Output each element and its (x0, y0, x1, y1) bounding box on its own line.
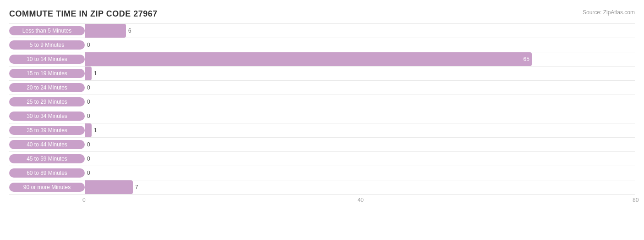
bar-label: 15 to 19 Minutes (9, 69, 85, 78)
bar-label: 35 to 39 Minutes (9, 126, 85, 135)
bar-value: 0 (87, 84, 90, 91)
bar-row: 25 to 29 Minutes0 (9, 95, 635, 109)
bar-row: 30 to 34 Minutes0 (9, 109, 635, 123)
bar-row: 45 to 59 Minutes0 (9, 152, 635, 166)
bar-label: 5 to 9 Minutes (9, 40, 85, 50)
bar-label: 60 to 89 Minutes (9, 168, 85, 178)
bar-track: 0 (85, 95, 635, 109)
bar-row: 90 or more Minutes7 (9, 180, 635, 195)
bar-value: 0 (87, 42, 90, 48)
bar-value: 65 (523, 56, 529, 62)
chart-source: Source: ZipAtlas.com (583, 9, 635, 16)
bar-track: 6 (85, 24, 635, 38)
x-axis: 04080 (85, 195, 635, 208)
bar-value: 0 (87, 99, 90, 105)
bar-value: 1 (94, 70, 97, 77)
x-axis-tick: 40 (358, 197, 364, 203)
bar-track: 0 (85, 152, 635, 166)
bar-label: 40 to 44 Minutes (9, 140, 85, 149)
bar-label: 90 or more Minutes (9, 183, 85, 192)
bar-row: 5 to 9 Minutes0 (9, 38, 635, 52)
bar-track: 7 (85, 180, 635, 194)
bar-row: 15 to 19 Minutes1 (9, 67, 635, 81)
bar-value: 0 (87, 113, 90, 119)
bar-value: 0 (87, 141, 90, 148)
bar-row: 10 to 14 Minutes65 (9, 52, 635, 67)
bar-track: 1 (85, 67, 635, 80)
bar-fill (85, 123, 92, 137)
bar-label: 45 to 59 Minutes (9, 154, 85, 163)
bar-fill (85, 24, 126, 38)
bars-container: Less than 5 Minutes65 to 9 Minutes010 to… (9, 23, 635, 195)
chart-container: COMMUTE TIME IN ZIP CODE 27967 Source: Z… (0, 0, 644, 240)
bar-track: 0 (85, 138, 635, 151)
bar-label: 10 to 14 Minutes (9, 55, 85, 64)
bar-fill: 65 (85, 52, 532, 66)
bar-value: 1 (94, 127, 97, 134)
bar-label: 25 to 29 Minutes (9, 97, 85, 106)
bar-label: Less than 5 Minutes (9, 26, 85, 35)
bar-track: 0 (85, 81, 635, 95)
bar-row: 60 to 89 Minutes0 (9, 166, 635, 180)
bar-track: 0 (85, 38, 635, 52)
x-axis-tick: 0 (82, 197, 86, 203)
bar-row: 20 to 24 Minutes0 (9, 81, 635, 95)
bar-row: 35 to 39 Minutes1 (9, 123, 635, 138)
bar-value: 0 (87, 170, 90, 176)
bar-track: 65 (85, 52, 635, 66)
bar-fill (85, 67, 92, 80)
bar-row: Less than 5 Minutes6 (9, 23, 635, 38)
bar-fill (85, 180, 133, 194)
bar-track: 0 (85, 109, 635, 123)
x-axis-tick: 80 (633, 197, 639, 203)
bar-track: 1 (85, 123, 635, 137)
bar-label: 20 to 24 Minutes (9, 83, 85, 92)
bar-value: 0 (87, 156, 90, 162)
bar-row: 40 to 44 Minutes0 (9, 138, 635, 152)
chart-area: Less than 5 Minutes65 to 9 Minutes010 to… (9, 23, 635, 208)
chart-title: COMMUTE TIME IN ZIP CODE 27967 (9, 9, 635, 19)
bar-value: 6 (128, 28, 131, 34)
bar-track: 0 (85, 166, 635, 180)
bar-label: 30 to 34 Minutes (9, 112, 85, 121)
bar-value: 7 (135, 184, 138, 190)
